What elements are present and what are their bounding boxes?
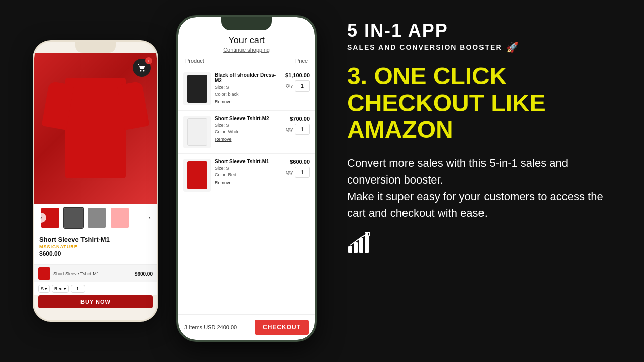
svg-rect-3 bbox=[354, 242, 358, 253]
thumb-3[interactable] bbox=[87, 207, 107, 229]
svg-rect-4 bbox=[359, 238, 363, 253]
qty-label-3: Qty bbox=[286, 170, 293, 175]
right-section: 5 IN-1 APP SALES AND CONVERSION BOOSTER … bbox=[322, 0, 644, 362]
cart-phone: Your cart Continue shopping Product Pric… bbox=[176, 15, 317, 342]
cart-item-row: Black off shoulder Dress-M2 Size: S Colo… bbox=[178, 67, 315, 111]
cart-items-list: Black off shoulder Dress-M2 Size: S Colo… bbox=[178, 67, 315, 314]
item-details-3: Short Sleeve Tshirt-M1 Size: S Color: Re… bbox=[215, 159, 282, 185]
cart-icon[interactable]: + bbox=[133, 59, 151, 77]
phone-notch bbox=[75, 42, 116, 53]
brand-name: MSSIGNATURE bbox=[39, 244, 152, 249]
svg-point-0 bbox=[140, 70, 142, 72]
cart-phone-inner: Your cart Continue shopping Product Pric… bbox=[178, 17, 315, 340]
description-text: Convert more sales with this 5-in-1 sale… bbox=[347, 155, 619, 221]
heading-line2: CHECKOUT LIKE bbox=[347, 89, 546, 116]
currency-code: USD bbox=[204, 324, 215, 330]
item-thumb-2 bbox=[183, 116, 211, 148]
desc-line6: and checkout with ease. bbox=[369, 207, 488, 219]
item-name-1: Black off shoulder Dress-M2 bbox=[215, 72, 281, 83]
item-price-2: $700.00 bbox=[290, 116, 310, 122]
thumb-2[interactable] bbox=[63, 207, 84, 229]
remove-link-2[interactable]: Remove bbox=[215, 137, 282, 142]
svg-rect-2 bbox=[348, 246, 352, 253]
product-title: Short Sleeve Tshirt-M1 bbox=[39, 236, 152, 243]
col-price-label: Price bbox=[295, 58, 308, 64]
qty-row-2: Qty 1 bbox=[286, 124, 310, 135]
cart-summary-name: Short Sleeve Tshirt-M1 bbox=[53, 271, 132, 276]
prev-arrow[interactable]: ‹ bbox=[36, 213, 46, 223]
cart-total-text: 3 Items USD 2400.00 bbox=[184, 324, 237, 330]
desc-line3: booster. bbox=[404, 173, 443, 186]
item-meta-2: Size: S Color: White bbox=[215, 122, 282, 135]
checkout-button[interactable]: CHECKOUT bbox=[255, 320, 309, 335]
qty-label-2: Qty bbox=[286, 127, 293, 132]
rocket-icon: 🚀 bbox=[506, 41, 520, 53]
subtitle-text: SALES AND CONVERSION BOOSTER bbox=[347, 43, 502, 51]
cart-count-badge: + bbox=[145, 57, 152, 64]
item-price-qty-1: $1,100.00 Qty 1 bbox=[285, 72, 310, 92]
heading-line3: AMAZON bbox=[347, 116, 453, 143]
main-heading: 3. ONE CLICK CHECKOUT LIKE AMAZON bbox=[347, 63, 619, 143]
item-name-3: Short Sleeve Tshirt-M1 bbox=[215, 159, 282, 164]
product-info: Short Sleeve Tshirt-M1 MSSIGNATURE $600.… bbox=[34, 232, 157, 264]
item-details-2: Short Sleeve Tshirt-M2 Size: S Color: Wh… bbox=[215, 116, 282, 142]
heading-number: 3. bbox=[347, 63, 367, 89]
qty-box-3[interactable]: 1 bbox=[295, 167, 310, 178]
qty-box-2[interactable]: 1 bbox=[295, 124, 310, 135]
col-product-label: Product bbox=[185, 58, 204, 64]
item-meta-3: Size: S Color: Red bbox=[215, 165, 282, 178]
qty-label-1: Qty bbox=[286, 83, 293, 88]
qty-row-1: Qty 1 bbox=[286, 80, 310, 92]
chevron-down-icon-2: ▾ bbox=[64, 286, 66, 291]
cart-badge[interactable]: + bbox=[133, 59, 151, 77]
items-count: 3 Items bbox=[184, 324, 202, 330]
cart-footer: 3 Items USD 2400.00 CHECKOUT bbox=[178, 314, 315, 340]
item-thumb-1 bbox=[183, 72, 211, 105]
item-price-1: $1,100.00 bbox=[285, 72, 310, 78]
item-price-qty-3: $600.00 Qty 1 bbox=[286, 159, 310, 178]
svg-rect-5 bbox=[365, 235, 369, 253]
product-shirt-visual bbox=[65, 78, 126, 178]
phones-section: + ‹ › Short Sleeve Tshirt-M1 MSSIGNATURE… bbox=[0, 0, 332, 362]
product-price: $600.00 bbox=[39, 250, 152, 257]
product-image-area: + bbox=[34, 53, 157, 204]
continue-shopping-link[interactable]: Continue shopping bbox=[178, 47, 315, 53]
remove-link-1[interactable]: Remove bbox=[215, 99, 281, 104]
black-dress-visual bbox=[187, 75, 207, 103]
chart-growth-icon bbox=[347, 231, 619, 258]
item-meta-1: Size: S Color: black bbox=[215, 84, 281, 97]
cart-header: Your cart Continue shopping bbox=[178, 30, 315, 55]
cart-item-row-3: Short Sleeve Tshirt-M1 Size: S Color: Re… bbox=[178, 154, 315, 197]
cart-summary-thumb bbox=[38, 267, 50, 280]
desc-line1: Convert more sales with this bbox=[347, 157, 486, 169]
cart-table-header: Product Price bbox=[178, 55, 315, 67]
color-selector[interactable]: Red ▾ bbox=[52, 285, 69, 293]
white-shirt-visual bbox=[187, 118, 207, 146]
size-selector[interactable]: S ▾ bbox=[38, 285, 50, 293]
next-arrow[interactable]: › bbox=[145, 213, 155, 223]
red-shirt-item-visual bbox=[187, 161, 207, 189]
item-thumb-3 bbox=[183, 159, 211, 192]
item-price-qty-2: $700.00 Qty 1 bbox=[286, 116, 310, 135]
item-details-1: Black off shoulder Dress-M2 Size: S Colo… bbox=[215, 72, 281, 104]
thumb-4[interactable] bbox=[110, 207, 130, 229]
item-price-3: $600.00 bbox=[290, 159, 310, 165]
total-amount: 2400.00 bbox=[217, 324, 237, 330]
cart-summary-bar: Short Sleeve Tshirt-M1 $600.00 bbox=[34, 264, 157, 282]
chevron-down-icon: ▾ bbox=[45, 286, 47, 291]
app-subtitle: SALES AND CONVERSION BOOSTER 🚀 bbox=[347, 41, 619, 53]
thumbnail-row: ‹ › bbox=[34, 204, 157, 232]
svg-point-1 bbox=[143, 70, 145, 72]
variant-selectors: S ▾ Red ▾ 1 bbox=[34, 282, 157, 295]
remove-link-3[interactable]: Remove bbox=[215, 180, 282, 185]
svg-point-6 bbox=[365, 233, 368, 236]
buy-now-button[interactable]: BUY NOW bbox=[38, 295, 153, 308]
qty-box-1[interactable]: 1 bbox=[295, 80, 310, 92]
cart-title: Your cart bbox=[178, 35, 315, 46]
item-name-2: Short Sleeve Tshirt-M2 bbox=[215, 116, 282, 121]
cart-svg bbox=[137, 64, 146, 72]
product-phone: + ‹ › Short Sleeve Tshirt-M1 MSSIGNATURE… bbox=[33, 40, 158, 322]
quantity-input[interactable]: 1 bbox=[71, 285, 85, 293]
cart-item-row-2: Short Sleeve Tshirt-M2 Size: S Color: Wh… bbox=[178, 111, 315, 154]
cart-summary-price: $600.00 bbox=[135, 271, 153, 277]
